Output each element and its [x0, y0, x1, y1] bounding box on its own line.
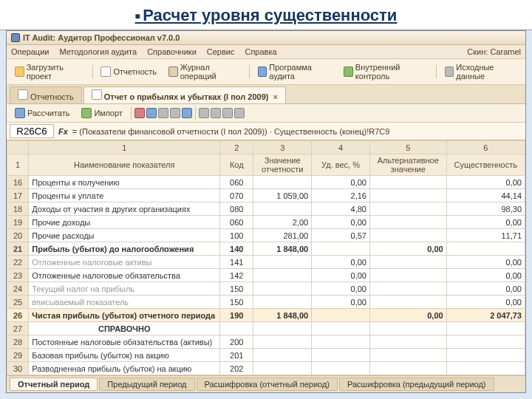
cell-ess[interactable] — [446, 335, 525, 349]
cell-name[interactable]: Текущий налог на прибыль — [29, 282, 220, 296]
cell-alt[interactable] — [369, 349, 446, 362]
cell-weight[interactable] — [312, 335, 370, 349]
tab-profit-loss[interactable]: Отчет о прибылях и убытках (I пол 2009)× — [83, 86, 286, 103]
cell-weight[interactable] — [312, 362, 370, 375]
journal-button[interactable]: Журнал операций — [163, 61, 246, 83]
cell-ess[interactable]: 98,30 — [446, 202, 525, 216]
table-row[interactable]: 27СПРАВОЧНО — [7, 322, 525, 335]
table-row[interactable]: 18Доходы от участия в других организация… — [7, 202, 525, 216]
row-number[interactable]: 20 — [7, 229, 29, 242]
col-1[interactable]: 1 — [29, 141, 220, 154]
calc-button[interactable]: Рассчитать — [10, 106, 75, 120]
cell-value[interactable] — [253, 349, 312, 362]
load-project-button[interactable]: Загрузить проект — [10, 61, 89, 83]
table-row[interactable]: 24Текущий налог на прибыль1500,000,00 — [7, 282, 525, 296]
tool-icon[interactable] — [211, 108, 221, 118]
cell-weight[interactable]: 0,00 — [312, 282, 370, 296]
cell-code[interactable]: 200 — [220, 335, 253, 349]
cell-name[interactable]: Прочие доходы — [29, 216, 220, 229]
cell-weight[interactable]: 0,00 — [312, 176, 370, 189]
row-number[interactable]: 25 — [7, 296, 29, 309]
cell-name[interactable]: Отложенные налоговые обязательства — [29, 269, 220, 282]
import-button[interactable]: Импорт — [76, 106, 127, 120]
cell-code[interactable]: 150 — [220, 296, 253, 309]
col-3[interactable]: 3 — [253, 141, 312, 154]
tab-reporting[interactable]: Отчетность — [10, 86, 82, 103]
row-number[interactable]: 18 — [7, 202, 29, 216]
cell-ess[interactable]: 44,14 — [446, 189, 525, 202]
corner-cell[interactable] — [7, 141, 29, 154]
cell-alt[interactable] — [369, 189, 446, 202]
cell-code[interactable]: 142 — [220, 269, 253, 282]
col-6[interactable]: 6 — [446, 141, 525, 154]
cell-value[interactable] — [253, 202, 312, 216]
cell-value[interactable] — [253, 296, 312, 309]
cell-weight[interactable]: 2,16 — [312, 189, 370, 202]
cell-code[interactable]: 080 — [220, 202, 253, 216]
cell-ess[interactable]: 2 047,73 — [446, 309, 525, 322]
cell-name[interactable]: Отложенные налоговые активы — [29, 256, 220, 269]
cell-value[interactable]: 281,00 — [253, 229, 312, 242]
row-number[interactable]: 23 — [7, 269, 29, 282]
cell-ess[interactable] — [446, 242, 525, 256]
cell-value[interactable] — [253, 256, 312, 269]
table-row[interactable]: 26Чистая прибыль (убыток) отчетного пери… — [7, 309, 525, 322]
row-number[interactable]: 28 — [7, 335, 29, 349]
tool-icon[interactable] — [234, 108, 245, 118]
table-row[interactable]: 21Прибыль (убыток) до налогообложения140… — [7, 242, 525, 256]
cell-code[interactable]: 140 — [220, 242, 253, 256]
row-number[interactable]: 29 — [7, 349, 29, 362]
cell-value[interactable]: 2,00 — [253, 216, 312, 229]
cell-value[interactable]: 1 059,00 — [253, 189, 312, 202]
cell-code[interactable]: 141 — [220, 256, 253, 269]
tool-icon[interactable] — [134, 108, 145, 118]
row-header[interactable]: 1 — [7, 154, 29, 176]
menu-dict[interactable]: Справочники — [147, 47, 197, 56]
col-2[interactable]: 2 — [220, 141, 253, 154]
tool-icon[interactable] — [146, 108, 157, 118]
cell-alt[interactable] — [369, 282, 446, 296]
col-5[interactable]: 5 — [369, 141, 446, 154]
row-number[interactable]: 26 — [7, 309, 29, 322]
cell-value[interactable] — [253, 362, 312, 375]
cell-alt[interactable] — [369, 216, 446, 229]
cell-weight[interactable]: 4,80 — [312, 202, 370, 216]
cell-weight[interactable] — [312, 322, 370, 335]
row-number[interactable]: 16 — [7, 176, 29, 189]
close-icon[interactable]: × — [273, 92, 277, 101]
cell-value[interactable] — [253, 282, 312, 296]
cell-name[interactable]: СПРАВОЧНО — [29, 322, 220, 335]
row-number[interactable]: 17 — [7, 189, 29, 202]
table-row[interactable]: 22Отложенные налоговые активы1410,000,00 — [7, 256, 525, 269]
cell-code[interactable]: 150 — [220, 282, 253, 296]
cell-ess[interactable]: 0,00 — [446, 216, 525, 229]
table-row[interactable]: 23Отложенные налоговые обязательства1420… — [7, 269, 525, 282]
cell-alt[interactable] — [369, 269, 446, 282]
cell-weight[interactable]: 0,00 — [312, 216, 370, 229]
cell-weight[interactable]: 0,00 — [312, 296, 370, 309]
cell-alt[interactable] — [369, 256, 446, 269]
table-row[interactable]: 29Базовая прибыль (убыток) на акцию201 — [7, 349, 525, 362]
cell-ess[interactable]: 0,00 — [446, 269, 525, 282]
cell-alt[interactable]: 0,00 — [369, 242, 446, 256]
table-row[interactable]: 28Постоянные налоговые обязательства (ак… — [7, 335, 525, 349]
btab-detail-cur[interactable]: Расшифровка (отчетный период) — [197, 378, 338, 391]
cell-alt[interactable]: 0,00 — [369, 309, 446, 322]
table-row[interactable]: 25вписываемый показатель1500,000,00 — [7, 296, 525, 309]
cell-alt[interactable] — [369, 202, 446, 216]
cell-code[interactable]: 202 — [220, 362, 253, 375]
cell-code[interactable]: 070 — [220, 189, 253, 202]
btab-detail-prev[interactable]: Расшифровка (предыдущий период) — [339, 378, 494, 391]
cell-weight[interactable] — [312, 349, 370, 362]
row-number[interactable]: 24 — [7, 282, 29, 296]
cell-ess[interactable]: 0,00 — [446, 256, 525, 269]
internal-button[interactable]: Внутренний контроль — [338, 61, 433, 83]
cell-value[interactable]: 1 848,00 — [253, 309, 312, 322]
table-row[interactable]: 30Разводненная прибыль (убыток) на акцию… — [7, 362, 525, 375]
cell-ess[interactable]: 11,71 — [446, 229, 525, 242]
table-row[interactable]: 19Прочие доходы0602,000,000,00 — [7, 216, 525, 229]
table-row[interactable]: 16Проценты к получению0600,000,00 — [7, 176, 525, 189]
cell-value[interactable] — [253, 335, 312, 349]
source-button[interactable]: Исходные данные — [440, 61, 522, 83]
cell-value[interactable] — [253, 176, 312, 189]
